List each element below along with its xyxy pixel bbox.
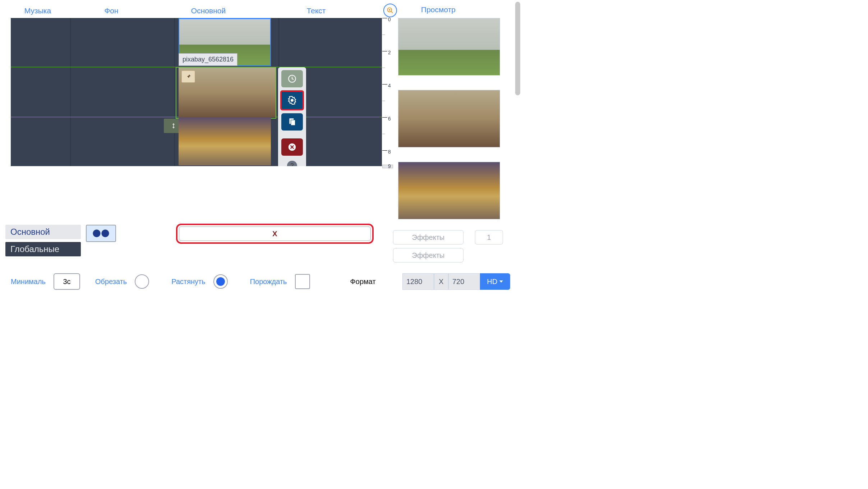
ruler-tick-label: 2 bbox=[388, 50, 391, 55]
format-group: 1280 X 720 HD bbox=[402, 273, 510, 290]
ruler-tick-label: 6 bbox=[388, 116, 391, 122]
format-x-separator: X bbox=[434, 273, 448, 290]
ruler-tick-label: 0 bbox=[388, 17, 391, 22]
spawn-label: Порождать bbox=[250, 278, 287, 286]
format-preset-label: HD bbox=[487, 278, 498, 286]
ruler-tick-label: 8 bbox=[388, 149, 391, 155]
preview-thumb-3[interactable] bbox=[398, 162, 500, 219]
effects-button-1[interactable]: Эффекты bbox=[393, 230, 463, 244]
clip-sunset[interactable] bbox=[179, 117, 271, 165]
clip-thumbnail bbox=[179, 117, 271, 165]
mode-global-chip[interactable]: Глобальные bbox=[5, 242, 81, 256]
tab-text[interactable]: Текст bbox=[262, 6, 370, 15]
clear-transition-highlight: X bbox=[176, 224, 374, 244]
stretch-radio[interactable] bbox=[213, 274, 228, 289]
duplicate-button[interactable] bbox=[281, 113, 303, 131]
tab-background[interactable]: Фон bbox=[68, 6, 154, 15]
page-scrollbar[interactable] bbox=[515, 2, 520, 95]
spawn-checkbox[interactable] bbox=[295, 274, 310, 289]
ruler-tick-label: 4 bbox=[388, 83, 391, 88]
ruler-tick-label: 9 bbox=[388, 163, 391, 169]
time-ruler: 0 2 4 6 8 9 bbox=[382, 18, 393, 171]
effects-count[interactable]: 1 bbox=[475, 230, 503, 244]
gear-icon bbox=[287, 96, 297, 105]
effects-button-2[interactable]: Эффекты bbox=[393, 248, 463, 262]
min-duration-input[interactable] bbox=[54, 273, 80, 290]
copy-icon bbox=[287, 117, 297, 127]
pin-toggle[interactable] bbox=[181, 70, 195, 83]
tab-music[interactable]: Музыка bbox=[7, 6, 68, 15]
preview-thumb-2[interactable] bbox=[398, 90, 500, 147]
clock-icon bbox=[287, 74, 297, 83]
preview-column bbox=[398, 18, 502, 219]
format-width-input[interactable]: 1280 bbox=[402, 273, 434, 290]
bottom-controls: Минималь Обрезать Растянуть Порождать Фо… bbox=[11, 273, 510, 290]
clear-transition-button[interactable]: X bbox=[179, 227, 371, 241]
tab-main[interactable]: Основной bbox=[154, 6, 262, 15]
track-divider bbox=[174, 18, 175, 166]
preview-thumb-1[interactable] bbox=[398, 18, 500, 76]
format-preset-dropdown[interactable]: HD bbox=[480, 273, 510, 290]
svg-rect-7 bbox=[291, 120, 295, 125]
delete-button[interactable] bbox=[281, 138, 303, 156]
transition-preset-thumb[interactable] bbox=[86, 225, 116, 242]
format-label: Формат bbox=[350, 278, 376, 286]
help-button[interactable]: ? bbox=[287, 161, 297, 166]
settings-button[interactable] bbox=[280, 90, 304, 110]
clip-filename-label: pixabay_6562816 bbox=[179, 53, 237, 66]
svg-point-5 bbox=[291, 99, 294, 102]
clip-context-toolbar: ? bbox=[278, 67, 306, 166]
pin-icon bbox=[185, 73, 191, 80]
min-duration-label: Минималь bbox=[11, 278, 46, 286]
track-divider bbox=[70, 18, 71, 166]
timeline[interactable]: pixabay_6562816 bbox=[11, 18, 382, 166]
mode-main-chip[interactable]: Основной bbox=[5, 225, 81, 239]
duration-button[interactable] bbox=[281, 70, 303, 87]
preview-column-label: Просмотр bbox=[388, 5, 489, 14]
delete-icon bbox=[287, 142, 297, 152]
stretch-label: Растянуть bbox=[171, 278, 205, 286]
crop-radio[interactable] bbox=[135, 274, 149, 289]
vertical-drag-icon bbox=[170, 122, 177, 129]
chevron-down-icon bbox=[499, 280, 503, 283]
crop-label: Обрезать bbox=[95, 278, 127, 286]
format-height-input[interactable]: 720 bbox=[448, 273, 480, 290]
